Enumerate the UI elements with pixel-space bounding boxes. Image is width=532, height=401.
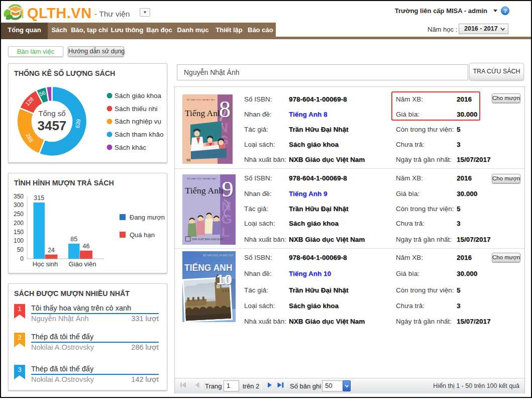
svg-text:100: 100 [14, 237, 24, 244]
svg-text:8: 8 [219, 96, 231, 122]
svg-text:98: 98 [186, 158, 190, 162]
svg-text:Tiếng Anh: Tiếng Anh [185, 108, 222, 118]
svg-text:NHÀ XUẤT BẢN GIÁO DỤC: NHÀ XUẤT BẢN GIÁO DỤC [192, 238, 223, 241]
svg-text:BỘ GIÁO DỤC VÀ ĐÀO TẠO: BỘ GIÁO DỤC VÀ ĐÀO TẠO [187, 98, 216, 101]
svg-text:639: 639 [74, 119, 81, 129]
svg-text:TIẾNG ANH: TIẾNG ANH [184, 262, 233, 273]
svg-text:BỘ GIÁO DỤC VÀ ĐÀO TẠO: BỘ GIÁO DỤC VÀ ĐÀO TẠO [203, 254, 233, 257]
svg-text:250: 250 [14, 211, 24, 218]
svg-text:Giáo viên: Giáo viên [69, 260, 96, 268]
svg-text:Sách thiếu nhi: Sách thiếu nhi [115, 105, 158, 113]
svg-text:315: 315 [34, 194, 44, 202]
svg-text:9: 9 [222, 177, 233, 202]
svg-text:85: 85 [70, 236, 77, 243]
svg-text:BỘ GIÁO DỤC VÀ ĐÀO TẠO: BỘ GIÁO DỤC VÀ ĐÀO TẠO [187, 177, 217, 180]
svg-text:50: 50 [17, 246, 24, 253]
svg-text:Tổng số: Tổng số [38, 109, 66, 118]
svg-text:Sách giáo khoa: Sách giáo khoa [115, 92, 162, 99]
svg-text:46: 46 [83, 243, 90, 250]
svg-text:Sách nghiệp vụ: Sách nghiệp vụ [115, 118, 161, 125]
svg-text:150: 150 [14, 229, 24, 236]
svg-text:Sách khác: Sách khác [115, 144, 146, 151]
svg-text:200: 200 [14, 220, 24, 227]
svg-text:10: 10 [217, 272, 232, 287]
svg-text:Đang mượn: Đang mượn [130, 214, 165, 221]
svg-text:3457: 3457 [37, 118, 66, 133]
svg-text:350: 350 [14, 193, 24, 200]
svg-text:L: L [221, 225, 230, 240]
svg-text:Quá hạn: Quá hạn [130, 231, 155, 239]
svg-text:0: 0 [20, 255, 24, 262]
svg-text:300: 300 [14, 202, 24, 209]
svg-text:?: ? [503, 8, 507, 14]
svg-text:G: G [221, 212, 232, 227]
svg-text:Sách tham khảo: Sách tham khảo [115, 131, 164, 138]
svg-text:Tiếng Anh: Tiếng Anh [185, 185, 223, 195]
svg-text:24: 24 [48, 247, 55, 254]
svg-text:Học sinh: Học sinh [33, 260, 58, 268]
